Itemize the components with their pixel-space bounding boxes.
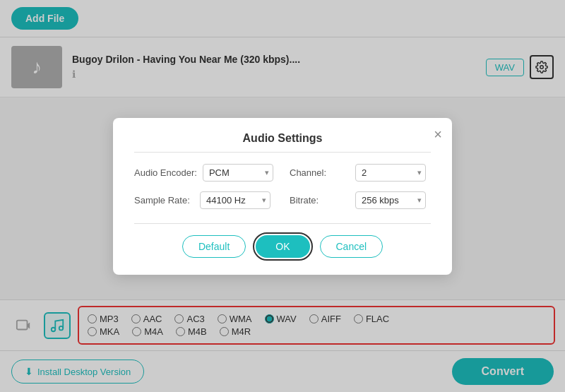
channel-field: Channel: 1 2 6	[290, 164, 431, 182]
audio-encoder-select-wrapper: PCM AAC MP3 FLAC	[203, 164, 273, 182]
modal-fields: Audio Encoder: PCM AAC MP3 FLAC Channel:…	[134, 164, 431, 209]
audio-settings-modal: × Audio Settings Audio Encoder: PCM AAC …	[113, 118, 452, 275]
modal-buttons: Default OK Cancel	[134, 235, 431, 258]
modal-close-button[interactable]: ×	[434, 126, 442, 143]
bitrate-select-wrapper: 128 kbps 192 kbps 256 kbps 320 kbps	[355, 191, 426, 209]
channel-select[interactable]: 1 2 6	[355, 164, 426, 182]
ok-button[interactable]: OK	[256, 235, 309, 258]
cancel-button[interactable]: Cancel	[320, 235, 383, 258]
default-button[interactable]: Default	[182, 235, 246, 258]
sample-rate-label: Sample Rate:	[134, 195, 194, 206]
sample-rate-field: Sample Rate: 44100 Hz 22050 Hz 48000 Hz	[134, 191, 275, 209]
channel-select-wrapper: 1 2 6	[355, 164, 426, 182]
sample-rate-select[interactable]: 44100 Hz 22050 Hz 48000 Hz	[200, 191, 270, 209]
audio-encoder-label: Audio Encoder:	[134, 167, 197, 178]
audio-encoder-select[interactable]: PCM AAC MP3 FLAC	[203, 164, 273, 182]
bitrate-field: Bitrate: 128 kbps 192 kbps 256 kbps 320 …	[290, 191, 431, 209]
modal-title: Audio Settings	[134, 132, 431, 153]
channel-label: Channel:	[290, 167, 350, 178]
audio-encoder-field: Audio Encoder: PCM AAC MP3 FLAC	[134, 164, 275, 182]
modal-divider	[134, 223, 431, 224]
sample-rate-select-wrapper: 44100 Hz 22050 Hz 48000 Hz	[200, 191, 270, 209]
modal-overlay: × Audio Settings Audio Encoder: PCM AAC …	[0, 0, 565, 392]
bitrate-label: Bitrate:	[290, 195, 350, 206]
bitrate-select[interactable]: 128 kbps 192 kbps 256 kbps 320 kbps	[355, 191, 426, 209]
